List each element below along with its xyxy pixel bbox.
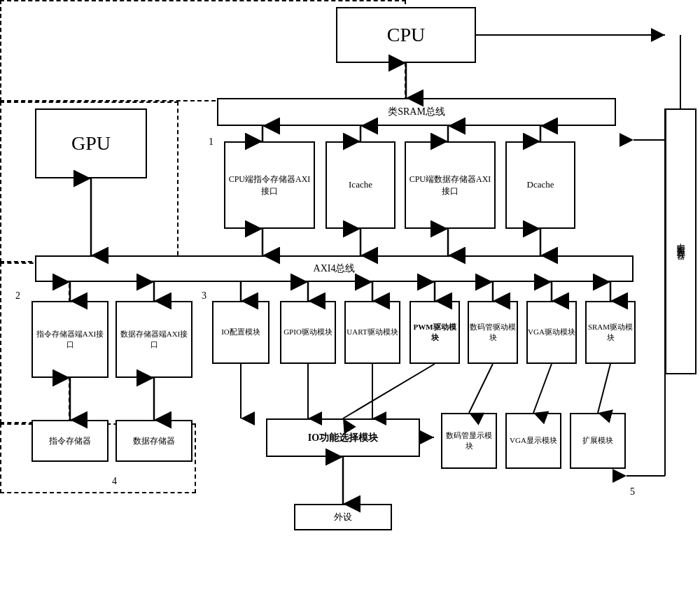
seg-display-box: 数码管显示模块 (441, 413, 497, 469)
label-2: 2 (15, 290, 20, 302)
dcache-box: Dcache (505, 141, 575, 229)
vga-driver-box: VGA驱动模块 (526, 301, 577, 364)
svg-line-29 (598, 364, 610, 413)
gpu-box: GPU (35, 108, 147, 178)
label-4: 4 (112, 476, 117, 487)
label-5: 5 (630, 486, 635, 498)
svg-line-27 (469, 364, 493, 413)
peripheral-box: 外设 (294, 504, 392, 530)
cpu-inst-axi-box: CPU端指令存储器AXI接口 (224, 141, 315, 229)
vga-display-box: VGA显示模块 (505, 413, 561, 469)
data-mem-box: 数据存储器 (115, 420, 192, 462)
label-1: 1 (209, 136, 214, 148)
io-config-box: IO配置模块 (212, 301, 270, 364)
uart-driver-box: UART驱动模块 (344, 301, 400, 364)
ext-module-box: 扩展模块 (570, 413, 626, 469)
io-func-box: IO功能选择模块 (266, 418, 420, 457)
icache-box: Icache (326, 141, 396, 229)
cpu-data-axi-box: CPU端数据存储器AXI接口 (405, 141, 496, 229)
axi4-bus-box: AXI4总线 (35, 255, 634, 282)
sram-driver-box: SRAM驱动模块 (585, 301, 636, 364)
pwm-driver-box: PWM驱动模块 (410, 301, 460, 364)
svg-line-26 (343, 364, 435, 418)
sram-bus-box: 类SRAM总线 (217, 98, 616, 126)
inst-mem-axi-box: 指令存储器端AXI接口 (31, 301, 108, 378)
gpio-driver-box: GPIO驱动模块 (280, 301, 336, 364)
seg-driver-box: 数码管驱动模块 (468, 301, 518, 364)
inst-mem-box: 指令存储器 (31, 420, 108, 462)
architecture-diagram: CPU 类SRAM总线 GPU CPU端指令存储器AXI接口 Icache CP… (0, 0, 700, 599)
label-3: 3 (202, 290, 206, 302)
cpu-box: CPU (336, 7, 476, 63)
svg-line-28 (533, 364, 552, 413)
data-mem-axi-box: 数据存储器端AXI接口 (115, 301, 192, 378)
interrupt-reg-box: 中断标志寄存器 (665, 108, 696, 374)
